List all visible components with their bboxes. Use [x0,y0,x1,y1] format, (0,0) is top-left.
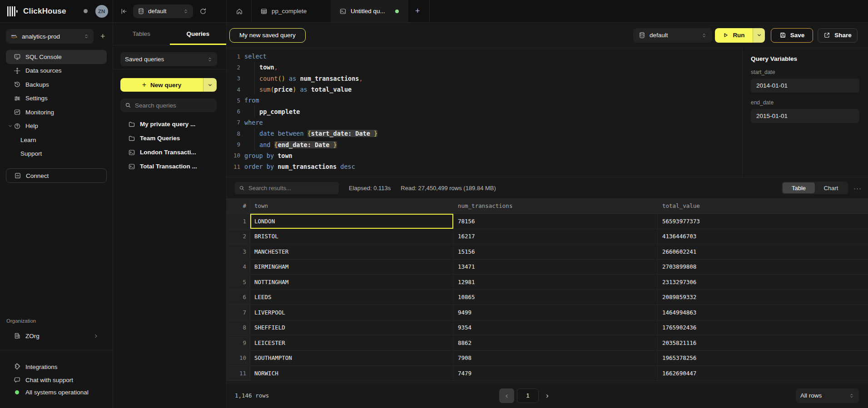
cell-num[interactable]: 16217 [454,229,658,245]
sidebar-item-help[interactable]: Help [6,119,107,133]
cell-num[interactable]: 15156 [454,244,658,260]
cell-town[interactable]: LEICESTER [250,335,454,351]
table-row[interactable]: 7 LIVERPOOL 9499 1464994863 [227,305,868,320]
sidebar-item-learn[interactable]: Learn [6,133,107,147]
home-button[interactable] [227,0,251,22]
search-results-input[interactable] [248,185,335,192]
cell-town[interactable]: SOUTHAMPTON [250,351,454,366]
connect-button[interactable]: Connect [6,168,107,183]
cell-total[interactable]: 1464994863 [658,305,868,320]
organization-switcher[interactable]: ZOrg [6,329,107,343]
search-queries-box[interactable] [120,98,217,112]
sidebar-item-chat-support[interactable]: Chat with support [6,373,107,387]
cell-num[interactable]: 13471 [454,260,658,275]
table-row[interactable]: 6 LEEDS 10865 2089859332 [227,290,868,305]
run-button[interactable]: Run [715,28,765,43]
page-number-box[interactable] [517,388,539,403]
share-button[interactable]: Share [818,28,858,43]
cell-num[interactable]: 8862 [454,335,658,351]
refresh-icon[interactable] [199,8,207,15]
query-list-item[interactable]: My private query ... [113,117,226,131]
search-queries-input[interactable] [135,102,212,109]
table-row[interactable]: 2 BRISTOL 16217 4136446703 [227,229,868,245]
database-selector[interactable]: default [133,5,193,18]
sql-editor[interactable]: 1 select 2 town, 3 count() as num_transa… [227,48,742,177]
collapse-sidebar-icon[interactable] [120,8,128,15]
start-date-field[interactable] [751,79,859,93]
sidebar-item-monitoring[interactable]: Monitoring [6,105,107,119]
page-size-selector[interactable]: All rows [796,388,859,403]
tab-queries[interactable]: Queries [170,23,227,45]
cell-town[interactable]: BRISTOL [250,229,454,245]
cell-town[interactable]: NORWICH [250,366,454,381]
run-database-selector[interactable]: default [633,28,712,43]
sidebar-item-data-sources[interactable]: Data sources [6,64,107,78]
cell-town[interactable]: BIRMINGHAM [250,260,454,275]
cell-num[interactable]: 10865 [454,290,658,305]
cell-town[interactable]: MANCHESTER [250,244,454,260]
cell-town-selected[interactable]: LONDON [250,214,454,229]
cell-total[interactable]: 56593977373 [658,214,868,229]
cell-num[interactable]: 78156 [454,214,658,229]
query-list-item[interactable]: London Transacti... [113,145,226,159]
column-header-town[interactable]: town [250,198,454,214]
cell-town[interactable]: SHEFFIELD [250,320,454,336]
cell-town[interactable]: LIVERPOOL [250,305,454,320]
cell-total[interactable]: 2313297306 [658,275,868,290]
cell-total[interactable]: 4136446703 [658,229,868,245]
table-row[interactable]: 5 NOTTINGHAM 12981 2313297306 [227,275,868,290]
table-row[interactable]: 4 BIRMINGHAM 13471 2703899808 [227,260,868,275]
cell-total[interactable]: 1765902436 [658,320,868,336]
tab-untitled-query[interactable]: Untitled qu... [331,0,407,22]
run-options-dropdown[interactable] [753,28,765,43]
table-row[interactable]: 9 LEICESTER 8862 2035821116 [227,335,868,351]
query-list-item[interactable]: Total Transaction ... [113,159,226,173]
cell-num[interactable]: 9354 [454,320,658,336]
sidebar-item-support[interactable]: Support [6,147,107,161]
table-row[interactable]: 10 SOUTHAMPTON 7908 1965378256 [227,351,868,366]
table-row[interactable]: 1 LONDON 78156 56593977373 [227,214,868,229]
view-toggle-table[interactable]: Table [783,182,815,193]
end-date-input[interactable] [756,113,854,119]
sidebar-item-sql-console[interactable]: SQL Console [6,50,107,64]
run-button-main[interactable]: Run [715,28,753,43]
table-row[interactable]: 11 NORWICH 7479 1662690447 [227,366,868,381]
query-list-item[interactable]: Team Queries [113,131,226,145]
cell-total[interactable]: 2660602241 [658,244,868,260]
save-button[interactable]: Save [771,28,813,43]
sidebar-item-integrations[interactable]: Integrations [6,360,107,374]
service-selector[interactable]: aws analytics-prod [6,29,94,44]
new-tab-button[interactable]: + [408,0,429,22]
cell-num[interactable]: 12981 [454,275,658,290]
tab-pp-complete[interactable]: pp_complete [252,0,331,22]
cell-total[interactable]: 2089859332 [658,290,868,305]
more-options-button[interactable]: ··· [852,184,863,192]
cell-town[interactable]: LEEDS [250,290,454,305]
sidebar-item-settings[interactable]: Settings [6,92,107,106]
system-status[interactable]: All systems operational [6,385,107,399]
saved-queries-filter[interactable]: Saved queries [120,52,217,66]
avatar[interactable]: ZN [95,5,108,18]
sidebar-item-backups[interactable]: Backups [6,78,107,92]
end-date-field[interactable] [751,109,859,123]
cell-num[interactable]: 7479 [454,366,658,381]
start-date-input[interactable] [756,82,854,89]
cell-total[interactable]: 1965378256 [658,351,868,366]
add-service-button[interactable]: + [98,32,108,41]
view-toggle-chart[interactable]: Chart [815,182,847,193]
column-header-index[interactable]: # [227,198,250,214]
prev-page-button[interactable]: ‹ [499,388,514,403]
cell-total[interactable]: 2703899808 [658,260,868,275]
page-number-input[interactable] [517,389,538,403]
search-results-box[interactable] [235,182,339,194]
saved-query-tab[interactable]: My new saved query [229,28,306,43]
tab-tables[interactable]: Tables [113,23,170,45]
table-row[interactable]: 8 SHEFFIELD 9354 1765902436 [227,320,868,336]
column-header-num-transactions[interactable]: num_transactions [454,198,658,214]
next-page-button[interactable]: › [545,391,550,400]
cell-town[interactable]: NOTTINGHAM [250,275,454,290]
new-query-dropdown[interactable] [203,78,217,92]
table-row[interactable]: 3 MANCHESTER 15156 2660602241 [227,244,868,260]
cell-num[interactable]: 7908 [454,351,658,366]
new-query-button[interactable]: + New query [120,78,217,92]
